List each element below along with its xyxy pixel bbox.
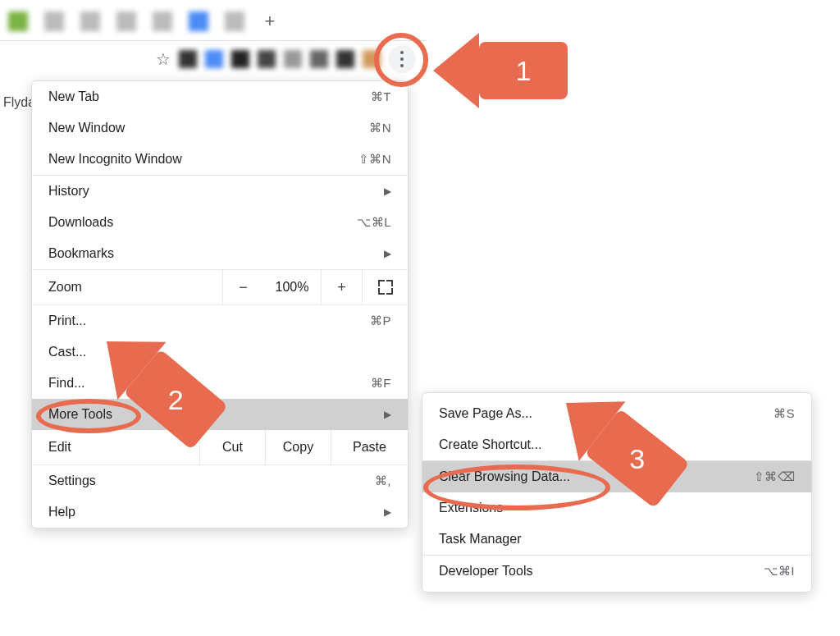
annotation-number: 1 — [516, 55, 532, 87]
menu-label: More Tools — [48, 407, 112, 422]
zoom-in-button[interactable]: + — [321, 270, 362, 304]
menu-label: Create Shortcut... — [439, 437, 541, 452]
extension-blur — [310, 50, 328, 68]
browser-toolbar: ☆ — [0, 41, 427, 77]
menu-label: Developer Tools — [439, 564, 532, 579]
tab-blur — [153, 11, 172, 31]
menu-label: Bookmarks — [48, 246, 114, 261]
annotation-number: 2 — [168, 383, 184, 415]
menu-label: Settings — [48, 474, 96, 488]
submenu-item-task-manager[interactable]: Task Manager — [422, 524, 811, 555]
extension-blur — [179, 50, 197, 68]
main-menu: New Tab ⌘T New Window ⌘N New Incognito W… — [31, 80, 409, 528]
extension-blur — [336, 50, 354, 68]
menu-item-zoom: Zoom − 100% + — [32, 269, 408, 305]
browser-tabstrip: + — [0, 0, 427, 41]
submenu-arrow-icon: ▶ — [384, 185, 391, 197]
fullscreen-button[interactable] — [362, 270, 408, 304]
star-icon[interactable]: ☆ — [156, 49, 171, 69]
menu-item-new-tab[interactable]: New Tab ⌘T — [32, 81, 408, 112]
menu-item-downloads[interactable]: Downloads ⌥⌘L — [32, 207, 408, 238]
menu-item-history[interactable]: History ▶ — [32, 176, 408, 207]
submenu-arrow-icon: ▶ — [384, 248, 391, 259]
menu-item-new-window[interactable]: New Window ⌘N — [32, 112, 408, 144]
tab-blur — [80, 11, 100, 31]
menu-item-help[interactable]: Help ▶ — [32, 496, 408, 528]
fullscreen-icon — [379, 281, 392, 294]
menu-item-bookmarks[interactable]: Bookmarks ▶ — [32, 238, 408, 269]
menu-label: Save Page As... — [439, 406, 532, 421]
menu-item-new-incognito[interactable]: New Incognito Window ⇧⌘N — [32, 144, 408, 175]
menu-label: Find... — [48, 376, 84, 391]
annotation-arrow-1: 1 — [433, 33, 568, 108]
extension-blur — [284, 50, 302, 68]
shortcut: ⌘F — [371, 376, 391, 391]
extension-blur — [205, 50, 223, 68]
submenu-item-extensions[interactable]: Extensions — [422, 492, 811, 524]
menu-label: Extensions — [439, 501, 503, 515]
extension-blur — [363, 50, 381, 68]
tab-blur — [44, 11, 64, 31]
cut-button[interactable]: Cut — [199, 430, 265, 464]
submenu-arrow-icon: ▶ — [384, 409, 391, 420]
shortcut: ⇧⌘⌫ — [754, 469, 796, 484]
shortcut: ⌥⌘I — [764, 564, 795, 579]
browser-menu-button[interactable] — [388, 45, 416, 73]
annotation-number: 3 — [629, 442, 645, 474]
menu-label: New Tab — [48, 89, 99, 104]
paste-button[interactable]: Paste — [331, 430, 408, 464]
shortcut: ⌘T — [371, 89, 391, 104]
menu-item-print[interactable]: Print... ⌘P — [32, 305, 408, 336]
menu-label: Cast... — [48, 345, 86, 359]
tab-blur — [116, 11, 136, 31]
zoom-out-button[interactable]: − — [222, 270, 263, 304]
zoom-value: 100% — [263, 270, 321, 304]
menu-label: Task Manager — [439, 532, 522, 547]
menu-label: Downloads — [48, 215, 113, 230]
extension-blur — [258, 50, 276, 68]
shortcut: ⌘S — [774, 406, 795, 421]
tab-blur — [8, 11, 28, 31]
shortcut: ⌥⌘L — [357, 215, 391, 230]
menu-label: New Window — [48, 121, 125, 135]
tab-blur — [189, 11, 208, 31]
shortcut: ⌘P — [370, 313, 391, 328]
menu-item-settings[interactable]: Settings ⌘, — [32, 465, 408, 496]
kebab-icon — [400, 51, 404, 67]
menu-label: Clear Browsing Data... — [439, 469, 570, 484]
extension-blur — [231, 50, 249, 68]
shortcut: ⇧⌘N — [358, 152, 391, 167]
menu-item-edit: Edit Cut Copy Paste — [32, 430, 408, 465]
shortcut: ⌘, — [375, 474, 391, 488]
copy-button[interactable]: Copy — [265, 430, 331, 464]
menu-label: Help — [48, 505, 75, 519]
menu-label: New Incognito Window — [48, 152, 182, 167]
zoom-label: Zoom — [32, 270, 222, 304]
submenu-item-developer-tools[interactable]: Developer Tools ⌥⌘I — [422, 556, 811, 587]
new-tab-button[interactable]: + — [261, 12, 279, 30]
shortcut: ⌘N — [369, 121, 391, 135]
menu-label: Print... — [48, 313, 86, 328]
tab-blur — [225, 11, 244, 31]
submenu-arrow-icon: ▶ — [384, 506, 391, 518]
menu-label: History — [48, 184, 89, 199]
